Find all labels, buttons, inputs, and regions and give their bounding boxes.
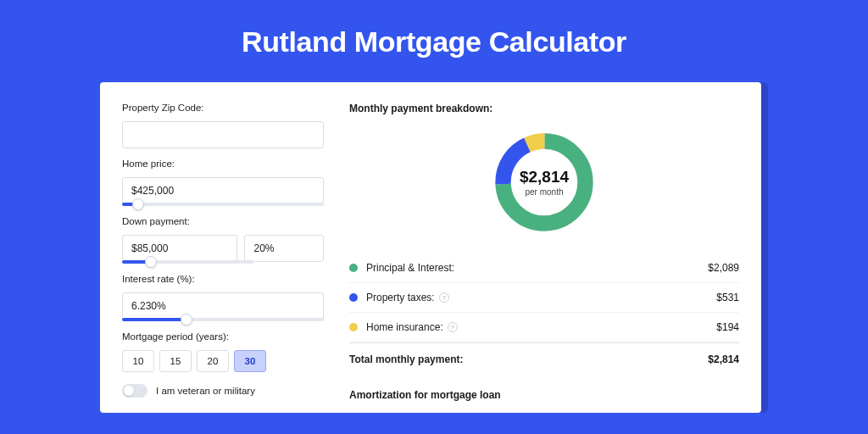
- breakdown-label: Principal & Interest:: [366, 262, 708, 274]
- veteran-row: I am veteran or military: [122, 384, 324, 398]
- zip-label: Property Zip Code:: [122, 103, 324, 113]
- breakdown-value: $194: [716, 321, 739, 333]
- form-column: Property Zip Code: Home price: Down paym…: [122, 103, 324, 413]
- breakdown-row: Home insurance:?$194: [349, 313, 739, 342]
- breakdown-column: Monthly payment breakdown: $2,814 per mo…: [349, 103, 739, 413]
- breakdown-total-row: Total monthly payment: $2,814: [349, 342, 739, 374]
- breakdown-label: Home insurance:?: [366, 321, 716, 333]
- breakdown-row: Property taxes:?$531: [349, 283, 739, 313]
- rate-input[interactable]: [122, 292, 324, 320]
- donut-container: $2,814 per month: [349, 128, 739, 236]
- zip-field: Property Zip Code:: [122, 103, 324, 148]
- zip-input[interactable]: [122, 121, 324, 148]
- donut-center: $2,814 per month: [490, 128, 598, 236]
- period-option-10[interactable]: 10: [122, 350, 154, 372]
- legend-dot-icon: [349, 293, 358, 302]
- breakdown-heading: Monthly payment breakdown:: [349, 103, 739, 114]
- help-icon[interactable]: ?: [439, 292, 449, 303]
- donut-sublabel: per month: [525, 187, 563, 197]
- price-slider[interactable]: [122, 203, 324, 206]
- help-icon[interactable]: ?: [448, 322, 458, 332]
- period-field: Mortgage period (years): 10152030: [122, 331, 324, 372]
- breakdown-row: Principal & Interest:$2,089: [349, 253, 739, 283]
- price-label: Home price:: [122, 159, 324, 169]
- breakdown-label: Property taxes:?: [366, 292, 716, 303]
- page-root: Rutland Mortgage Calculator Property Zip…: [0, 0, 868, 434]
- amortization-section: Amortization for mortgage loan Amortizat…: [349, 389, 739, 413]
- rate-label: Interest rate (%):: [122, 274, 324, 284]
- price-input[interactable]: [122, 177, 324, 204]
- legend-dot-icon: [349, 264, 358, 272]
- period-label: Mortgage period (years):: [122, 331, 324, 342]
- down-field: Down payment:: [122, 216, 324, 264]
- rate-field: Interest rate (%):: [122, 274, 324, 321]
- period-option-15[interactable]: 15: [159, 350, 192, 372]
- down-percent-input[interactable]: [244, 235, 324, 262]
- breakdown-value: $2,089: [708, 262, 739, 274]
- total-label: Total monthly payment:: [349, 353, 708, 365]
- donut-value: $2,814: [520, 168, 569, 186]
- down-amount-input[interactable]: [122, 235, 237, 262]
- calculator-card: Property Zip Code: Home price: Down paym…: [100, 82, 761, 413]
- breakdown-list: Principal & Interest:$2,089Property taxe…: [349, 253, 739, 342]
- rate-slider[interactable]: [122, 318, 324, 321]
- period-option-30[interactable]: 30: [234, 350, 266, 372]
- donut-chart: $2,814 per month: [490, 128, 598, 236]
- down-slider[interactable]: [122, 260, 253, 264]
- breakdown-value: $531: [716, 292, 739, 303]
- veteran-label: I am veteran or military: [156, 386, 255, 396]
- period-option-20[interactable]: 20: [197, 350, 229, 372]
- price-field: Home price:: [122, 159, 324, 206]
- page-title: Rutland Mortgage Calculator: [242, 25, 626, 58]
- total-value: $2,814: [708, 353, 739, 365]
- down-label: Down payment:: [122, 216, 324, 226]
- veteran-toggle[interactable]: [122, 384, 147, 398]
- amortization-heading: Amortization for mortgage loan: [349, 389, 739, 401]
- card-shadow: Property Zip Code: Home price: Down paym…: [100, 82, 768, 413]
- legend-dot-icon: [349, 323, 358, 331]
- amortization-body: Amortization for a mortgage loan refers …: [349, 409, 739, 413]
